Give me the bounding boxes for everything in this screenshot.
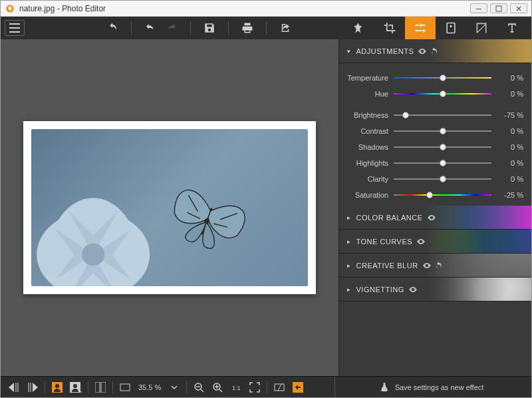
section-title: ADJUSTMENTS [356, 47, 414, 55]
bottom-toolbar: 35.5 % 1:1 Save settings as new effect [1, 376, 531, 397]
app-logo-icon [5, 3, 15, 14]
svg-rect-0 [476, 9, 481, 9]
expand-icon: ▸ [347, 214, 351, 221]
tab-crop[interactable] [374, 17, 405, 39]
visibility-icon[interactable] [408, 285, 418, 294]
expand-icon: ▸ [347, 262, 351, 269]
tab-retouch[interactable] [436, 17, 466, 39]
section-title: TONE CURVES [356, 238, 413, 246]
svg-point-15 [73, 384, 77, 388]
main-toolbar [1, 17, 531, 39]
split-view-icon[interactable] [91, 379, 110, 395]
tab-adjust[interactable] [405, 17, 436, 39]
svg-rect-16 [95, 382, 100, 393]
svg-point-6 [82, 244, 105, 266]
zoom-out-icon[interactable] [190, 379, 208, 395]
slider-highlights[interactable]: Highlights 0 % [347, 155, 523, 171]
section-title: COLOR BALANCE [356, 214, 423, 222]
maximize-button[interactable] [490, 3, 507, 13]
compare-mode-icon[interactable] [66, 379, 85, 395]
print-icon[interactable] [239, 20, 255, 36]
minimize-button[interactable] [470, 3, 487, 13]
browse-mode-icon[interactable] [48, 379, 66, 395]
svg-rect-1 [496, 6, 501, 11]
fullscreen-icon[interactable] [245, 379, 264, 395]
prev-image-icon[interactable] [5, 379, 23, 395]
section-color-balance[interactable]: ▸ COLOR BALANCE [339, 206, 531, 230]
svg-point-13 [55, 384, 59, 388]
fit-icon[interactable] [116, 379, 134, 395]
expand-icon: ▸ [347, 286, 351, 293]
section-title: VIGNETTING [356, 286, 404, 294]
canvas-area[interactable] [1, 39, 338, 376]
save-effect-label: Save settings as new effect [395, 383, 484, 391]
content-area: ▾ ADJUSTMENTS Temperature 0 % Hue 0 % Br… [1, 39, 531, 376]
collapse-icon: ▾ [347, 48, 351, 55]
slider-temperature[interactable]: Temperature 0 % [347, 70, 523, 86]
slider-saturation[interactable]: Saturation -25 % [347, 187, 523, 203]
compare-before-icon[interactable] [270, 379, 289, 395]
save-icon[interactable] [201, 20, 217, 36]
zoom-dropdown-icon[interactable] [165, 379, 184, 395]
svg-rect-11 [30, 383, 31, 392]
expand-icon: ▸ [347, 238, 351, 245]
right-panel: ▾ ADJUSTMENTS Temperature 0 % Hue 0 % Br… [338, 39, 531, 376]
section-creative-blur[interactable]: ▸ CREATIVE BLUR [339, 254, 531, 278]
next-image-icon[interactable] [23, 379, 42, 395]
visibility-icon[interactable] [418, 47, 427, 56]
section-title: CREATIVE BLUR [356, 262, 418, 270]
zoom-value: 35.5 % [134, 383, 165, 391]
redo-icon[interactable] [164, 20, 180, 36]
compare-after-icon[interactable] [289, 379, 307, 395]
svg-rect-17 [101, 382, 106, 393]
slider-contrast[interactable]: Contrast 0 % [347, 123, 523, 139]
window-title: nature.jpg - Photo Editor [19, 4, 470, 13]
undo-all-icon[interactable] [104, 20, 120, 36]
save-effect-button[interactable]: Save settings as new effect [334, 377, 527, 397]
visibility-icon[interactable] [422, 261, 432, 270]
app-window: nature.jpg - Photo Editor [0, 0, 532, 398]
photo-canvas [23, 121, 316, 294]
undo-icon[interactable] [142, 20, 158, 36]
reset-icon[interactable] [430, 47, 439, 56]
svg-text:1:1: 1:1 [232, 385, 241, 391]
export-icon[interactable] [277, 20, 293, 36]
svg-rect-10 [28, 383, 29, 392]
visibility-icon[interactable] [416, 237, 426, 246]
svg-rect-9 [17, 383, 19, 392]
flask-icon [379, 382, 390, 393]
section-adjustments[interactable]: ▾ ADJUSTMENTS [339, 39, 531, 63]
svg-point-3 [450, 25, 452, 27]
actual-size-icon[interactable]: 1:1 [227, 379, 245, 395]
slider-brightness[interactable]: Brightness -75 % [347, 107, 523, 123]
right-panel-tabs [344, 17, 527, 39]
svg-rect-8 [15, 383, 17, 392]
svg-rect-18 [120, 384, 130, 391]
visibility-icon[interactable] [427, 213, 436, 222]
reset-icon[interactable] [434, 261, 444, 270]
slider-clarity[interactable]: Clarity 0 % [347, 171, 523, 187]
tab-text[interactable] [497, 17, 527, 39]
close-button[interactable] [510, 3, 527, 13]
tab-effects[interactable] [344, 17, 374, 39]
slider-shadows[interactable]: Shadows 0 % [347, 139, 523, 155]
svg-rect-2 [447, 23, 455, 33]
adjustments-sliders: Temperature 0 % Hue 0 % Brightness -75 %… [339, 63, 531, 206]
section-tone-curves[interactable]: ▸ TONE CURVES [339, 230, 531, 254]
titlebar: nature.jpg - Photo Editor [1, 1, 531, 17]
tab-frames[interactable] [466, 17, 497, 39]
zoom-in-icon[interactable] [208, 379, 227, 395]
menu-button[interactable] [5, 20, 25, 36]
slider-hue[interactable]: Hue 0 % [347, 86, 523, 102]
section-vignetting[interactable]: ▸ VIGNETTING [339, 278, 531, 301]
photo-image [31, 129, 308, 286]
